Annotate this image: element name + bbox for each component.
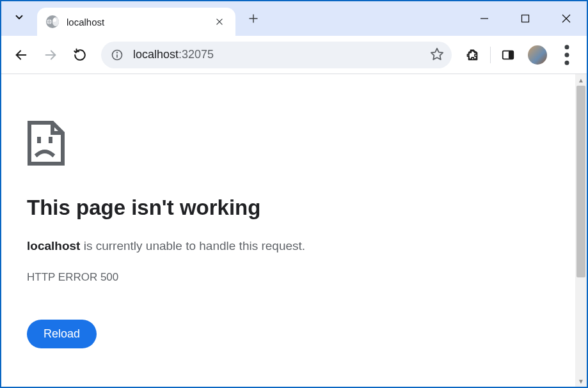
toolbar-separator [490, 47, 491, 63]
window-close-button[interactable] [546, 1, 587, 36]
reload-button[interactable] [67, 42, 93, 68]
scroll-down-button[interactable]: ▼ [575, 375, 587, 387]
profile-avatar[interactable] [528, 45, 547, 65]
vertical-scrollbar[interactable]: ▲ ▼ [575, 74, 587, 387]
search-tabs-button[interactable] [1, 1, 37, 36]
site-info-icon[interactable] [109, 47, 125, 63]
window-maximize-button[interactable] [505, 1, 546, 36]
window-controls [464, 1, 587, 36]
sad-file-icon [27, 120, 575, 169]
titlebar: localhost [1, 1, 587, 36]
chevron-down-icon [13, 12, 25, 26]
address-bar[interactable]: localhost:32075 [101, 42, 452, 68]
svg-point-19 [565, 60, 569, 65]
window-minimize-button[interactable] [464, 1, 505, 36]
address-host: localhost [133, 48, 179, 61]
browser-menu-button[interactable] [553, 42, 580, 68]
back-button[interactable] [8, 42, 35, 68]
svg-point-17 [565, 45, 569, 49]
error-host: localhost [27, 239, 80, 252]
svg-rect-21 [49, 137, 52, 143]
error-message: localhost is currently unable to handle … [27, 239, 575, 253]
address-url: localhost:32075 [133, 48, 422, 61]
address-port: :32075 [179, 48, 214, 61]
scroll-up-button[interactable]: ▲ [575, 74, 587, 86]
reload-page-button[interactable]: Reload [27, 320, 97, 348]
svg-rect-16 [509, 50, 513, 59]
error-page: This page isn't working localhost is cur… [1, 74, 575, 387]
svg-marker-14 [431, 48, 443, 59]
scrollbar-thumb[interactable] [576, 86, 585, 277]
svg-point-18 [565, 52, 569, 57]
svg-rect-20 [37, 137, 41, 143]
side-panel-button[interactable] [495, 42, 521, 68]
extensions-button[interactable] [459, 42, 486, 68]
active-tab[interactable]: localhost [37, 8, 235, 36]
toolbar: localhost:32075 [1, 36, 587, 74]
error-code: HTTP ERROR 500 [27, 271, 575, 284]
new-tab-button[interactable] [242, 7, 265, 30]
tab-close-button[interactable] [212, 15, 226, 29]
svg-point-13 [117, 52, 118, 52]
content-area: This page isn't working localhost is cur… [1, 74, 587, 387]
error-heading: This page isn't working [27, 196, 575, 220]
globe-icon [46, 15, 59, 28]
error-message-rest: is currently unable to handle this reque… [80, 239, 305, 252]
bookmark-button[interactable] [430, 47, 444, 63]
tabstrip-left: localhost [1, 1, 265, 36]
svg-rect-6 [522, 15, 529, 22]
forward-button[interactable] [37, 42, 64, 68]
tab-title: localhost [67, 17, 205, 27]
